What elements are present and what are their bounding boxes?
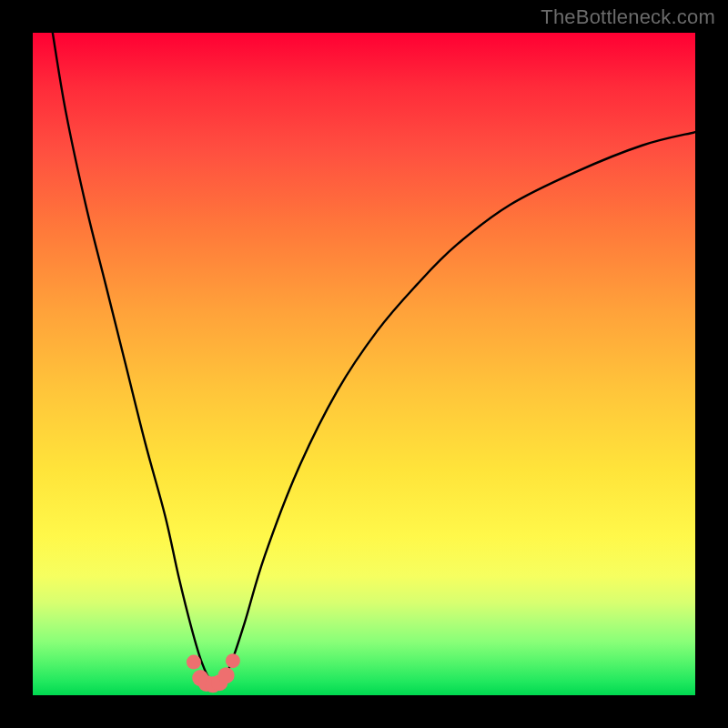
attribution-text: TheBottleneck.com <box>541 5 715 29</box>
bottleneck-curve <box>53 33 695 684</box>
chart-frame: TheBottleneck.com <box>0 0 728 728</box>
curve-layer <box>33 33 695 695</box>
plot-area <box>33 33 695 695</box>
highlight-dot <box>187 655 201 670</box>
highlight-dot <box>218 667 235 683</box>
highlight-markers <box>187 653 240 693</box>
highlight-dot <box>226 653 240 668</box>
